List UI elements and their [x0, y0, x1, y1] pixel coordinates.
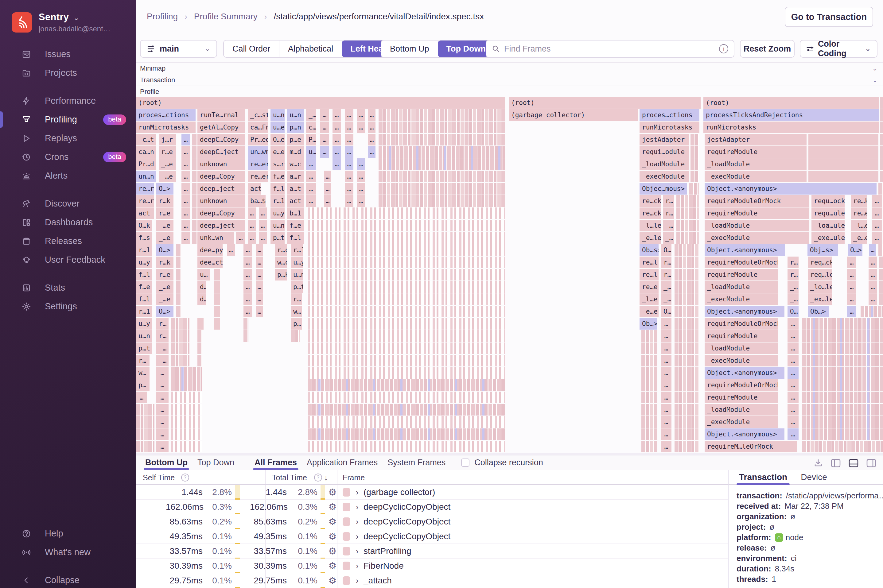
flame-frame[interactable]: …	[332, 146, 341, 158]
flame-texture[interactable]	[308, 330, 505, 342]
flame-frame[interactable]: …	[306, 195, 316, 207]
flame-frame[interactable]: _…	[663, 232, 674, 244]
flame-texture[interactable]	[691, 171, 699, 182]
flame-frame[interactable]: …	[156, 416, 168, 428]
flame-texture[interactable]	[308, 232, 505, 244]
flame-texture[interactable]	[176, 293, 181, 305]
flame-texture[interactable]	[691, 146, 699, 158]
flame-frame[interactable]: …	[847, 293, 856, 305]
tab-device[interactable]: Device	[798, 470, 830, 484]
flame-frame[interactable]: _lo…le	[808, 281, 832, 293]
flame-frame[interactable]: …	[661, 318, 671, 330]
flame-frame[interactable]: O…e	[270, 134, 285, 146]
flame-scrollbar[interactable]	[136, 453, 883, 455]
flame-frame[interactable]: _ex…le	[808, 293, 832, 305]
flame-texture[interactable]	[676, 207, 699, 219]
flame-texture[interactable]	[641, 392, 657, 403]
sidebar-item-performance[interactable]: Performance	[0, 92, 136, 110]
flame-frame[interactable]: u…n	[270, 109, 285, 121]
flame-texture[interactable]	[676, 232, 699, 244]
sidebar-item-discover[interactable]: Discover	[0, 194, 136, 213]
expand-chevron-icon[interactable]: ›	[356, 529, 359, 544]
flame-frame[interactable]: requireModuleOrMock	[704, 380, 778, 391]
flame-frame[interactable]: …	[256, 293, 263, 305]
flame-frame[interactable]: _…e	[156, 293, 173, 305]
flame-texture[interactable]	[674, 293, 699, 305]
search-input[interactable]	[504, 44, 715, 54]
expand-chevron-icon[interactable]: ›	[356, 514, 359, 529]
flame-frame[interactable]: …	[847, 281, 856, 293]
flame-frame[interactable]: f…e	[270, 171, 285, 182]
flame-texture[interactable]	[197, 330, 202, 342]
flame-frame[interactable]: …	[156, 441, 168, 452]
frame-settings-gear-icon[interactable]: ⚙	[324, 544, 341, 558]
flame-texture[interactable]	[171, 342, 189, 354]
flame-texture[interactable]	[378, 134, 505, 146]
flame-texture[interactable]	[641, 416, 657, 428]
flame-frame[interactable]: r…e	[159, 146, 176, 158]
flame-frame[interactable]: …	[256, 306, 263, 317]
flame-frame[interactable]: m…d	[287, 146, 304, 158]
flame-texture[interactable]	[676, 220, 699, 231]
flame-frame[interactable]: …	[156, 428, 168, 440]
reset-zoom-button[interactable]: Reset Zoom	[740, 40, 794, 58]
sidebar-item-user-feedback[interactable]: User Feedback	[0, 250, 136, 269]
flame-texture[interactable]	[674, 380, 699, 391]
flame-frame[interactable]: …	[357, 195, 365, 207]
flame-frame[interactable]: …	[869, 244, 876, 256]
flame-frame[interactable]: w…c	[287, 158, 304, 170]
flame-texture[interactable]	[879, 281, 883, 293]
flame-frame[interactable]: a…r	[287, 171, 304, 182]
flame-texture[interactable]	[880, 171, 883, 182]
flame-frame[interactable]: …	[324, 195, 331, 207]
flame-frame[interactable]: _execModule	[640, 171, 689, 182]
flame-frame[interactable]: re…r	[136, 183, 154, 195]
flame-frame[interactable]: re…r	[136, 195, 154, 207]
flame-frame[interactable]: …	[236, 232, 245, 244]
flame-texture[interactable]	[676, 195, 699, 207]
flame-frame[interactable]: Pr…d	[136, 158, 156, 170]
flame-frame[interactable]: requireModule	[704, 269, 778, 280]
flame-frame[interactable]: Ob…>	[640, 318, 657, 330]
flame-texture[interactable]	[691, 134, 699, 146]
flame-texture[interactable]	[308, 342, 505, 354]
flame-frame[interactable]: …	[332, 134, 341, 146]
flame-frame[interactable]: …	[661, 404, 671, 416]
flame-frame[interactable]: …	[243, 256, 252, 268]
flame-frame[interactable]: …	[306, 171, 316, 182]
flame-frame[interactable]: …	[332, 109, 341, 121]
breadcrumb-profiling[interactable]: Profiling	[147, 12, 178, 21]
flame-frame[interactable]: …	[182, 158, 190, 170]
flame-texture[interactable]	[378, 122, 505, 133]
flame-frame[interactable]: Pr…ed	[248, 134, 268, 146]
flame-frame[interactable]: …	[345, 109, 353, 121]
flame-frame[interactable]: …	[248, 232, 256, 244]
flame-frame[interactable]: req…ck	[808, 256, 832, 268]
flame-frame[interactable]: jestAdapter	[704, 134, 806, 146]
flame-frame[interactable]: …	[306, 183, 316, 195]
flame-frame[interactable]: O…k	[136, 220, 152, 231]
layout-left-icon[interactable]	[831, 459, 841, 467]
flame-texture[interactable]	[880, 109, 883, 121]
flame-frame[interactable]: …	[661, 330, 671, 342]
flame-frame[interactable]: f…l	[136, 269, 152, 280]
flame-frame[interactable]: …	[156, 392, 168, 403]
flame-frame[interactable]: Object.<anonymous>	[704, 367, 784, 379]
dir-bottom-up[interactable]: Bottom Up	[381, 40, 438, 57]
flame-frame[interactable]: r…1	[270, 195, 285, 207]
flame-texture[interactable]	[192, 134, 197, 146]
flame-texture[interactable]	[214, 293, 220, 305]
sort-alphabetical[interactable]: Alphabetical	[279, 40, 342, 57]
flame-frame[interactable]: _loadModule	[704, 281, 778, 293]
flame-texture[interactable]	[308, 392, 505, 403]
flame-frame[interactable]: …	[787, 367, 799, 379]
flame-graph[interactable]: (root)(root)(root)proces…ctionsrunTe…rna…	[136, 97, 883, 453]
thread-select[interactable]: main ⌄	[140, 40, 217, 58]
flame-frame[interactable]: …	[182, 232, 190, 244]
frame-name[interactable]: deepCyclicCopyObject	[363, 500, 451, 514]
flame-frame[interactable]: p…	[291, 318, 302, 330]
color-coding-button[interactable]: Color Coding ⌄	[800, 40, 877, 58]
org-switcher[interactable]: Sentry ⌄ jonas.badalic@sent…	[12, 12, 111, 33]
flame-frame[interactable]: …	[787, 318, 799, 330]
flame-frame[interactable]: …	[345, 183, 353, 195]
